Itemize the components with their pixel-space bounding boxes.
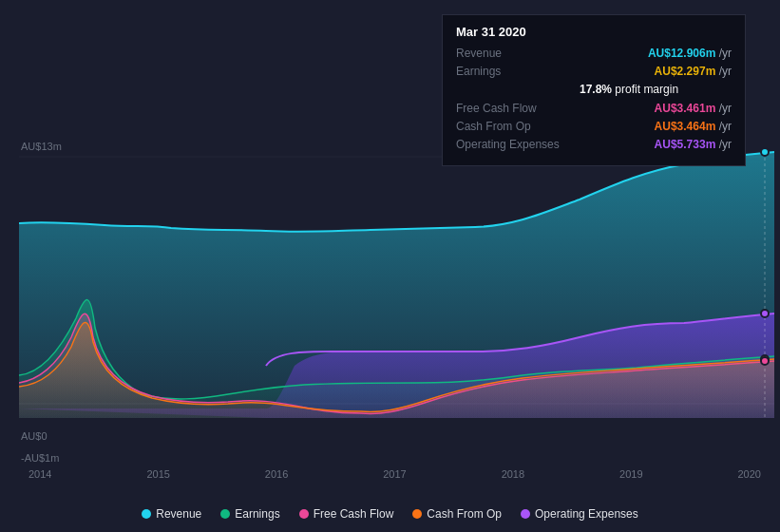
legend-dot-earnings — [220, 509, 230, 519]
x-label-2018: 2018 — [502, 468, 524, 480]
legend-label-opex: Operating Expenses — [535, 507, 638, 521]
legend-label-cfo: Cash From Op — [427, 507, 502, 521]
tooltip-fcf-row: Free Cash Flow AU$3.461m /yr — [456, 102, 732, 115]
tooltip-box: Mar 31 2020 Revenue AU$12.906m /yr Earni… — [442, 14, 746, 166]
svg-point-4 — [761, 310, 769, 317]
legend-item-revenue[interactable]: Revenue — [142, 507, 201, 521]
tooltip-opex-label: Operating Expenses — [456, 138, 580, 151]
tooltip-cfo-value: AU$3.464m /yr — [655, 120, 732, 133]
tooltip-revenue-row: Revenue AU$12.906m /yr — [456, 47, 732, 60]
legend-label-fcf: Free Cash Flow — [314, 507, 394, 521]
x-label-2016: 2016 — [265, 468, 288, 480]
x-label-2017: 2017 — [383, 468, 406, 480]
x-label-2020: 2020 — [737, 468, 760, 480]
tooltip-fcf-label: Free Cash Flow — [456, 102, 580, 115]
legend-label-revenue: Revenue — [156, 507, 201, 521]
x-label-2019: 2019 — [619, 468, 642, 480]
tooltip-opex-row: Operating Expenses AU$5.733m /yr — [456, 138, 732, 151]
legend-item-earnings[interactable]: Earnings — [220, 507, 279, 521]
svg-point-3 — [761, 148, 769, 156]
tooltip-margin: 17.8% profit margin — [580, 83, 732, 96]
tooltip-date: Mar 31 2020 — [456, 25, 732, 39]
svg-point-6 — [761, 357, 769, 365]
tooltip-revenue-value: AU$12.906m /yr — [648, 47, 732, 60]
x-label-2015: 2015 — [146, 468, 169, 480]
chart-svg — [19, 147, 774, 461]
tooltip-earnings-label: Earnings — [456, 65, 580, 78]
chart-container: Mar 31 2020 Revenue AU$12.906m /yr Earni… — [0, 0, 780, 532]
legend-label-earnings: Earnings — [235, 507, 279, 521]
tooltip-earnings-value: AU$2.297m /yr — [655, 65, 732, 78]
tooltip-cfo-label: Cash From Op — [456, 120, 580, 133]
x-label-2014: 2014 — [29, 468, 51, 480]
x-axis-labels: 2014 2015 2016 2017 2018 2019 2020 — [19, 468, 770, 480]
legend-dot-fcf — [299, 509, 309, 519]
tooltip-revenue-label: Revenue — [456, 47, 580, 60]
tooltip-fcf-value: AU$3.461m /yr — [655, 102, 732, 115]
tooltip-opex-value: AU$5.733m /yr — [655, 138, 732, 151]
tooltip-earnings-row: Earnings AU$2.297m /yr — [456, 65, 732, 78]
legend-item-cfo[interactable]: Cash From Op — [412, 507, 502, 521]
chart-legend: Revenue Earnings Free Cash Flow Cash Fro… — [0, 507, 780, 521]
legend-dot-cfo — [412, 509, 422, 519]
legend-dot-revenue — [142, 509, 151, 519]
legend-item-opex[interactable]: Operating Expenses — [521, 507, 638, 521]
legend-item-fcf[interactable]: Free Cash Flow — [299, 507, 394, 521]
tooltip-cfo-row: Cash From Op AU$3.464m /yr — [456, 120, 732, 133]
legend-dot-opex — [521, 509, 530, 519]
